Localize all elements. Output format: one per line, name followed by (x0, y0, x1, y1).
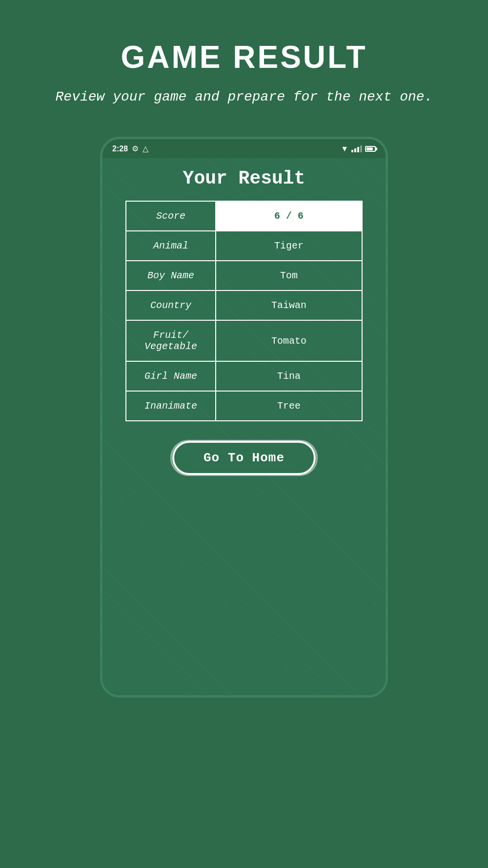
warning-icon: △ (142, 144, 148, 153)
phone-mockup: 2:28 ⚙ △ ▼ Your Result Score6 / 6A (100, 137, 388, 698)
row-value: Tree (216, 391, 362, 421)
row-value: Tom (216, 261, 362, 290)
wifi-icon: ▼ (341, 145, 348, 153)
signal-bars-icon (351, 145, 362, 152)
row-value: Taiwan (216, 290, 362, 320)
table-row: InanimateTree (126, 391, 362, 421)
settings-icon: ⚙ (132, 144, 139, 153)
table-row: CountryTaiwan (126, 290, 362, 320)
phone-content: Your Result Score6 / 6AnimalTigerBoy Nam… (102, 158, 386, 695)
go-home-button[interactable]: Go To Home (172, 441, 316, 475)
row-label: Girl Name (126, 361, 216, 391)
row-value: Tina (216, 361, 362, 391)
status-right: ▼ (341, 145, 376, 153)
table-row: AnimalTiger (126, 231, 362, 261)
page-header: GAME RESULT Review your game and prepare… (17, 39, 472, 107)
page-title: GAME RESULT (56, 39, 433, 75)
row-value: 6 / 6 (216, 201, 362, 231)
result-title: Your Result (183, 168, 305, 189)
row-label: Fruit/ Vegetable (126, 320, 216, 361)
result-table: Score6 / 6AnimalTigerBoy NameTomCountryT… (125, 201, 363, 421)
table-row: Fruit/ VegetableTomato (126, 320, 362, 361)
row-value: Tiger (216, 231, 362, 261)
table-row: Score6 / 6 (126, 201, 362, 231)
status-bar: 2:28 ⚙ △ ▼ (102, 139, 386, 158)
status-time: 2:28 (112, 145, 128, 153)
home-button-container: Go To Home (172, 441, 316, 475)
row-value: Tomato (216, 320, 362, 361)
row-label: Country (126, 290, 216, 320)
row-label: Boy Name (126, 261, 216, 290)
table-row: Girl NameTina (126, 361, 362, 391)
table-row: Boy NameTom (126, 261, 362, 290)
status-left: 2:28 ⚙ △ (112, 144, 148, 153)
battery-icon (365, 146, 376, 152)
row-label: Inanimate (126, 391, 216, 421)
row-label: Score (126, 201, 216, 231)
row-label: Animal (126, 231, 216, 261)
page-subtitle: Review your game and prepare for the nex… (56, 87, 433, 107)
